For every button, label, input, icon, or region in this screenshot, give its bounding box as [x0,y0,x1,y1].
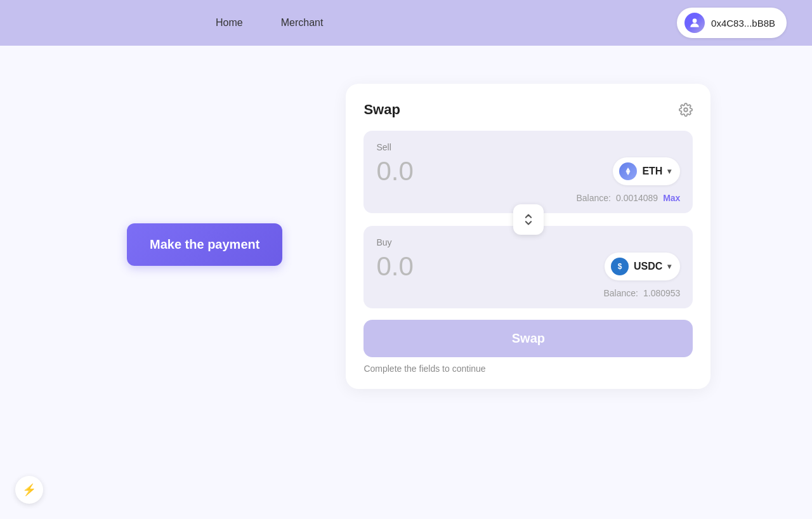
svg-point-1 [684,108,688,112]
sell-token-selector[interactable]: ETH ▾ [613,157,680,185]
make-payment-button[interactable]: Make the payment [127,223,282,266]
nav-home[interactable]: Home [216,17,243,29]
max-button[interactable]: Max [663,193,680,203]
swap-header: Swap [363,102,693,118]
swap-card: Swap Sell 0.0 [346,84,710,389]
swap-hint: Complete the fields to continue [363,364,693,374]
buy-token-label: USDC [634,261,662,272]
main-content: Make the payment Swap Sell 0.0 [0,46,812,389]
sell-label: Sell [376,142,680,152]
navbar: Home Merchant 0x4C83...bB8B [0,0,812,46]
buy-balance-label: Balance: [604,288,638,298]
sell-balance-label: Balance: [576,193,610,203]
svg-point-0 [693,18,697,23]
sell-balance-row: Balance: 0.0014089 Max [376,193,680,203]
swap-action-button[interactable]: Swap [363,320,693,357]
sell-amount: 0.0 [376,156,413,187]
usdc-icon: $ [611,258,629,275]
wallet-badge[interactable]: 0x4C83...bB8B [677,8,787,38]
buy-token-chevron: ▾ [667,262,671,271]
swap-title: Swap [363,102,400,118]
swap-direction-button[interactable] [513,204,544,235]
nav-links: Home Merchant [216,17,323,29]
buy-label: Buy [376,237,680,247]
buy-balance-row: Balance: 1.080953 [376,288,680,298]
buy-balance-value: 1.080953 [643,288,680,298]
swap-direction-wrapper [363,204,693,235]
buy-panel: Buy 0.0 $ USDC ▾ Balance: 1.080953 [363,226,693,308]
lightning-badge[interactable]: ⚡ [15,476,43,504]
sell-token-label: ETH [642,166,662,177]
sell-row: 0.0 ETH ▾ [376,156,680,187]
sell-balance-value: 0.0014089 [616,193,658,203]
buy-row: 0.0 $ USDC ▾ [376,251,680,282]
eth-icon [619,162,637,180]
buy-token-selector[interactable]: $ USDC ▾ [605,253,680,280]
wallet-address: 0x4C83...bB8B [711,18,775,29]
sell-panel: Sell 0.0 ETH ▾ [363,131,693,213]
nav-merchant[interactable]: Merchant [281,17,324,29]
sell-token-chevron: ▾ [667,167,671,176]
buy-amount: 0.0 [376,251,413,282]
wallet-avatar [684,13,705,33]
settings-button[interactable] [679,103,693,117]
